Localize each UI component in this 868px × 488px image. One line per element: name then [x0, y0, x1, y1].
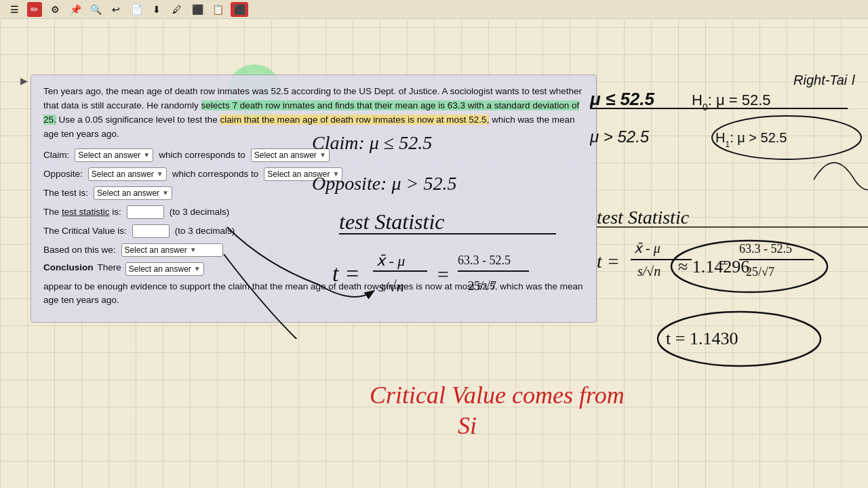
test-statistic-input[interactable]: [127, 205, 164, 219]
svg-text:μ ≤ 52.5: μ ≤ 52.5: [590, 89, 655, 109]
test-stat-decimals: (to 3 decimals): [170, 207, 230, 217]
center-formula: t = x̄ - μ s/√n = 63.3 - 52.5 25/√7: [332, 244, 617, 319]
critical-value-annotation: Critical Value comes from Si: [370, 369, 817, 437]
tool-icon[interactable]: ⚙: [47, 2, 62, 17]
conclusion-value: Select an answer: [129, 264, 191, 274]
svg-text:test Statistic: test Statistic: [597, 207, 690, 228]
download-icon[interactable]: ⬇: [149, 2, 164, 17]
svg-text:Right-Tai: Right-Tai: [793, 73, 848, 87]
claim-label: Claim:: [43, 150, 69, 160]
opposite-select-dropdown[interactable]: Select an answer ▼: [88, 167, 167, 181]
svg-text:Si: Si: [458, 412, 477, 437]
pen-icon[interactable]: 🖊: [170, 2, 184, 17]
claim-which-text: which corresponds to: [159, 150, 245, 160]
claim-select-value: Select an answer: [78, 150, 140, 160]
pin-icon[interactable]: 📌: [68, 2, 83, 17]
svg-text:x̄ - μ: x̄ - μ: [376, 252, 405, 269]
critical-value-decimals: (to 3 decimals): [175, 226, 235, 236]
copy-icon[interactable]: 📋: [210, 2, 225, 17]
svg-text:25/√7: 25/√7: [468, 279, 496, 293]
svg-text:t =: t =: [332, 261, 360, 286]
test-type-value: Select an answer: [97, 188, 159, 198]
opposite-label: Opposite:: [43, 169, 83, 179]
stop-icon[interactable]: ⬛: [231, 2, 248, 17]
svg-text:l: l: [852, 73, 855, 87]
test-stat-label: The test statistic is:: [43, 207, 121, 217]
conclusion-arrow: ▼: [194, 265, 201, 272]
center-test-statistic: test Statistic: [332, 197, 583, 251]
based-label: Based on this we:: [43, 245, 116, 255]
claim-select-dropdown[interactable]: Select an answer ▼: [75, 148, 153, 162]
test-type-arrow: ▼: [162, 189, 169, 197]
test-type-dropdown[interactable]: Select an answer ▼: [94, 186, 172, 200]
result-annotations: ≈ 1.14296 t = 1.1430: [637, 234, 861, 376]
conclusion-dropdown[interactable]: Select an answer ▼: [125, 262, 204, 276]
toolbar: ☰ ✏ ⚙ 📌 🔍 ↩ 📄 ⬇ 🖊 ⬛ 📋 ⬛: [0, 0, 868, 19]
opposite-select-value: Select an answer: [92, 169, 154, 179]
document-icon[interactable]: 📄: [129, 2, 144, 17]
critical-value-label: The Critical Value is:: [43, 226, 127, 236]
claim-corresponds-value: Select an answer: [254, 150, 317, 160]
svg-text:t = 1.1430: t = 1.1430: [666, 329, 738, 348]
opposite-select-arrow: ▼: [157, 170, 163, 178]
critical-value-input[interactable]: [132, 224, 170, 238]
play-button[interactable]: [20, 75, 34, 88]
claim-select-arrow: ▼: [143, 151, 150, 159]
opposite-which-text: which corresponds to: [172, 169, 259, 179]
test-is-label: The test is:: [43, 188, 88, 198]
conclusion-label: Conclusion: [43, 262, 94, 272]
based-on-value: Select an answer: [125, 245, 187, 255]
shape-icon[interactable]: ⬛: [190, 2, 205, 17]
claim-handwritten: Claim: μ ≤ 52.5: [312, 122, 570, 159]
undo-icon[interactable]: ↩: [108, 2, 123, 17]
based-on-arrow: ▼: [190, 246, 197, 253]
svg-text:μ > 52.5: μ > 52.5: [590, 127, 650, 146]
there-text: There: [98, 262, 121, 272]
svg-text:test Statistic: test Statistic: [339, 209, 445, 234]
svg-text:Opposite:  μ > 52.5: Opposite: μ > 52.5: [312, 173, 456, 194]
svg-text:H0: μ = 52.5: H0: μ = 52.5: [692, 92, 770, 113]
opposite-handwritten: Opposite: μ > 52.5: [312, 159, 604, 203]
svg-text:Critical Value comes from: Critical Value comes from: [370, 382, 625, 409]
pencil-icon[interactable]: ✏: [27, 2, 42, 17]
svg-text:63.3 - 52.5: 63.3 - 52.5: [458, 253, 511, 267]
svg-text:=: =: [437, 263, 449, 285]
svg-text:s/√n: s/√n: [378, 278, 404, 295]
menu-icon[interactable]: ☰: [7, 2, 22, 17]
svg-text:Claim:  μ ≤ 52.5: Claim: μ ≤ 52.5: [312, 132, 432, 153]
svg-text:H1: μ > 52.5: H1: μ > 52.5: [715, 130, 787, 149]
svg-text:≈ 1.14296: ≈ 1.14296: [678, 257, 749, 277]
search-icon[interactable]: 🔍: [88, 2, 103, 17]
based-on-dropdown[interactable]: Select an answer ▼: [121, 243, 223, 257]
